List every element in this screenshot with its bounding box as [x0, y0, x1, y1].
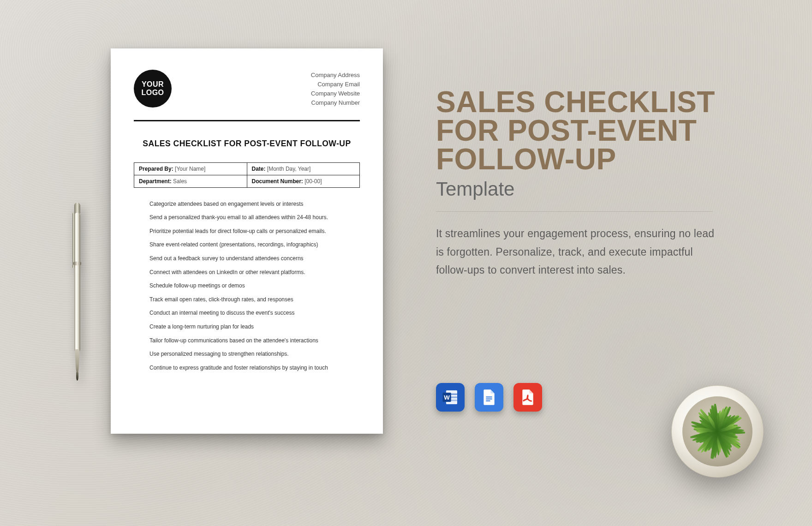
- plant-prop: [671, 385, 764, 478]
- header-rule: [134, 120, 360, 121]
- google-docs-icon[interactable]: [475, 383, 503, 412]
- prepared-by-label: Prepared By:: [139, 166, 173, 172]
- logo-placeholder: YOUR LOGO: [134, 70, 172, 108]
- list-item: Track email open rates, click-through ra…: [149, 295, 358, 304]
- pen-prop: [72, 182, 83, 385]
- docnum-value: [00-00]: [304, 178, 322, 185]
- company-email: Company Email: [311, 80, 360, 89]
- list-item: Send out a feedback survey to understand…: [149, 254, 358, 263]
- promo-headline: SALES CHECKLIST FOR POST-EVENT FOLLOW-UP: [436, 88, 768, 173]
- template-preview-stage: YOUR LOGO Company Address Company Email …: [0, 0, 812, 526]
- svg-rect-6: [486, 396, 492, 397]
- format-badges: W: [436, 383, 542, 412]
- svg-text:W: W: [444, 394, 450, 401]
- checklist: Categorize attendees based on engagement…: [134, 200, 360, 372]
- company-website: Company Website: [311, 89, 360, 98]
- document-title: SALES CHECKLIST FOR POST-EVENT FOLLOW-UP: [134, 139, 360, 149]
- word-icon[interactable]: W: [436, 383, 465, 412]
- prepared-by-value: [Your Name]: [175, 166, 205, 172]
- company-number: Company Number: [311, 98, 360, 108]
- logo-text-2: LOGO: [141, 89, 164, 96]
- department-value: Sales: [173, 178, 187, 185]
- company-meta: Company Address Company Email Company We…: [311, 70, 360, 108]
- pdf-glyph: [519, 388, 537, 406]
- document-preview: YOUR LOGO Company Address Company Email …: [111, 48, 383, 434]
- list-item: Send a personalized thank-you email to a…: [149, 213, 358, 222]
- date-value: [Month Day, Year]: [267, 166, 311, 172]
- list-item: Create a long-term nurturing plan for le…: [149, 323, 358, 331]
- promo-divider: [436, 211, 713, 212]
- promo-subhead: Template: [436, 178, 768, 200]
- list-item: Prioritize potential leads for direct fo…: [149, 227, 358, 236]
- list-item: Share event-related content (presentatio…: [149, 240, 358, 249]
- list-item: Tailor follow-up communications based on…: [149, 336, 358, 345]
- pdf-icon[interactable]: [513, 383, 542, 412]
- document-meta-table: Prepared By: [Your Name] Date: [Month Da…: [134, 162, 360, 188]
- gdoc-glyph: [480, 388, 498, 406]
- docnum-label: Document Number:: [252, 178, 303, 185]
- list-item: Use personalized messaging to strengthen…: [149, 350, 358, 359]
- department-label: Department:: [139, 178, 172, 185]
- list-item: Categorize attendees based on engagement…: [149, 200, 358, 209]
- word-glyph: W: [441, 388, 460, 406]
- list-item: Connect with attendees on LinkedIn or ot…: [149, 268, 358, 277]
- svg-rect-7: [486, 399, 492, 400]
- logo-text-1: YOUR: [142, 80, 164, 88]
- promo-description: It streamlines your engagement process, …: [436, 225, 722, 280]
- promo-block: SALES CHECKLIST FOR POST-EVENT FOLLOW-UP…: [436, 88, 768, 280]
- date-label: Date:: [252, 166, 266, 172]
- document-header: YOUR LOGO Company Address Company Email …: [134, 70, 360, 113]
- company-address: Company Address: [311, 71, 360, 80]
- list-item: Schedule follow-up meetings or demos: [149, 281, 358, 290]
- list-item: Continue to express gratitude and foster…: [149, 364, 358, 372]
- svg-rect-8: [486, 400, 490, 401]
- list-item: Conduct an internal meeting to discuss t…: [149, 309, 358, 317]
